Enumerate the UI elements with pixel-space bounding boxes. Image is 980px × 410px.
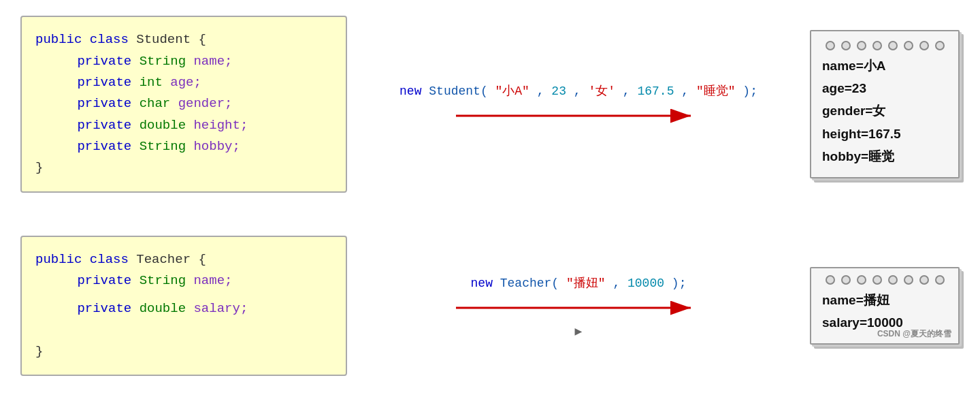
student-line7: } xyxy=(35,157,332,178)
keyword-private6: private xyxy=(77,273,131,288)
student-arg-hobby: "睡觉" xyxy=(696,84,736,98)
type-int: int xyxy=(140,75,163,90)
type-string2: String xyxy=(140,139,186,154)
var-gender: gender; xyxy=(178,96,233,111)
teacher-line4: } xyxy=(35,320,332,363)
student-note-name: name=小A xyxy=(822,54,947,77)
keyword-public: public xyxy=(35,32,82,47)
student-arrow-area: new Student( "小A" , 23 , '女' , 167.5 , "… xyxy=(347,82,810,126)
type-string3: String xyxy=(140,273,186,288)
teacher-classname: Teacher { xyxy=(136,252,206,267)
var-hobby: hobby; xyxy=(193,139,240,154)
t-ring4 xyxy=(872,275,882,285)
student-line2: private String name; xyxy=(35,51,332,72)
student-line6: private String hobby; xyxy=(35,136,332,157)
student-arg-gender: '女' xyxy=(588,84,615,98)
type-char: char xyxy=(140,96,171,111)
ring3 xyxy=(857,41,866,50)
type-double1: double xyxy=(140,118,186,133)
teacher-spacer xyxy=(35,291,332,298)
student-arg-height: 167.5 xyxy=(637,84,674,98)
student-notepad: name=小A age=23 gender=女 height=167.5 hob… xyxy=(810,30,960,178)
t-ring8 xyxy=(935,275,945,285)
ring5 xyxy=(888,41,898,50)
ring6 xyxy=(904,41,913,50)
t-ring7 xyxy=(919,275,929,285)
t-ring1 xyxy=(826,275,835,285)
keyword-private7: private xyxy=(77,301,131,316)
t-ring3 xyxy=(857,275,866,285)
teacher-arg-salary: 10000 xyxy=(627,277,664,290)
teacher-code-box: public class Teacher { private String na… xyxy=(20,236,347,377)
teacher-line1: public class Teacher { xyxy=(35,249,332,270)
t-ring2 xyxy=(841,275,851,285)
student-note-height: height=167.5 xyxy=(822,123,947,145)
student-line3: private int age; xyxy=(35,72,332,93)
row-teacher: public class Teacher { private String na… xyxy=(20,215,960,396)
keyword-private4: private xyxy=(77,118,131,133)
keyword-class: class xyxy=(90,32,129,47)
var-tname: name; xyxy=(193,273,232,288)
student-code-box: public class Student { private String na… xyxy=(20,16,347,192)
ring1 xyxy=(826,41,835,50)
cursor-area: ▶ xyxy=(575,324,583,337)
keyword-new1: new xyxy=(399,84,421,98)
type-string1: String xyxy=(140,54,186,69)
keyword-public2: public xyxy=(35,252,82,267)
var-name: name; xyxy=(193,54,232,69)
ring7 xyxy=(919,41,929,50)
student-arg-name: "小A" xyxy=(495,84,529,98)
keyword-private2: private xyxy=(77,75,131,90)
student-notepad-content: name=小A age=23 gender=女 height=167.5 hob… xyxy=(822,54,947,168)
student-note-hobby: hobby=睡觉 xyxy=(822,145,947,168)
teacher-notepad-rings xyxy=(822,275,947,285)
ring2 xyxy=(841,41,851,50)
t-ring6 xyxy=(904,275,913,285)
keyword-new2: new xyxy=(471,277,493,290)
keyword-private1: private xyxy=(77,54,131,69)
student-line1: public class Student { xyxy=(35,29,332,50)
teacher-arg-name: "播妞" xyxy=(566,277,606,290)
keyword-private5: private xyxy=(77,139,131,154)
watermark: CSDN @夏天的终雪 xyxy=(877,327,951,341)
student-arrow xyxy=(456,106,701,126)
var-salary: salary; xyxy=(193,301,248,316)
student-line5: private double height; xyxy=(35,115,332,136)
student-line4: private char gender; xyxy=(35,93,332,114)
ring8 xyxy=(935,41,945,50)
teacher-arrow-area: new Teacher( "播妞" , 10000 ); ▶ xyxy=(347,274,810,337)
type-double2: double xyxy=(140,301,186,316)
teacher-line3: private double salary; xyxy=(35,298,332,319)
student-note-age: age=23 xyxy=(822,77,947,99)
teacher-constructor: new Teacher( "播妞" , 10000 ); xyxy=(471,274,687,291)
t-ring5 xyxy=(888,275,898,285)
ring4 xyxy=(872,41,882,50)
var-height: height; xyxy=(193,118,248,133)
teacher-arrow xyxy=(456,298,701,318)
closing-brace1: } xyxy=(35,160,43,175)
keyword-class2: class xyxy=(90,252,129,267)
student-note-gender: gender=女 xyxy=(822,99,947,122)
teacher-line2: private String name; xyxy=(35,270,332,291)
student-notepad-rings xyxy=(822,41,947,50)
teacher-notepad: name=播妞 salary=10000 CSDN @夏天的终雪 xyxy=(810,267,960,345)
student-classname: Student { xyxy=(136,32,206,47)
main-container: public class Student { private String na… xyxy=(0,0,980,410)
var-age: age; xyxy=(170,75,201,90)
student-arg-age: 23 xyxy=(551,84,566,98)
row-student: public class Student { private String na… xyxy=(20,14,960,195)
teacher-note-name: name=播妞 xyxy=(822,289,947,311)
keyword-private3: private xyxy=(77,96,131,111)
student-constructor: new Student( "小A" , 23 , '女' , 167.5 , "… xyxy=(399,82,757,99)
closing-brace2: } xyxy=(35,344,43,359)
